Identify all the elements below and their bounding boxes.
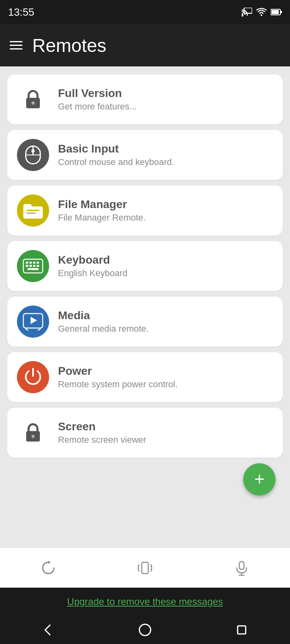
media-icon [17,305,49,338]
basic-input-icon [17,139,49,171]
plus-icon: + [254,470,265,488]
full-version-icon [17,83,49,116]
remote-card-basic-input[interactable]: Basic InputControl mouse and keyboard. [7,130,283,180]
basic-input-name: Basic Input [58,142,174,155]
svg-rect-16 [29,262,32,264]
svg-point-2 [261,14,262,16]
keyboard-description: English Keyboard [58,268,127,279]
recents-button[interactable] [234,623,249,637]
svg-line-27 [38,329,40,330]
cast-icon [242,8,252,17]
vibrate-button[interactable] [97,548,193,588]
full-version-name: Full Version [58,87,137,100]
full-version-description: Get more features... [58,101,137,112]
power-icon [17,361,49,393]
screen-text: ScreenRemote screen viewer [58,420,146,445]
keyboard-name: Keyboard [58,254,127,266]
keyboard-icon [17,250,49,282]
svg-rect-23 [27,268,39,270]
svg-rect-22 [37,265,39,267]
svg-point-34 [139,624,151,636]
mic-button[interactable] [193,548,290,588]
file-manager-text: File ManagerFile Manager Remote. [58,198,146,223]
add-remote-fab[interactable]: + [243,463,276,495]
refresh-button[interactable] [0,548,97,588]
svg-point-7 [31,101,35,105]
back-button[interactable] [41,623,56,637]
svg-line-26 [26,329,28,330]
screen-name: Screen [58,420,146,433]
main-content: Full VersionGet more features... Basic I… [0,66,290,547]
remote-card-keyboard[interactable]: KeyboardEnglish Keyboard [7,241,283,291]
svg-rect-18 [37,262,39,264]
status-time: 13:55 [8,6,34,19]
basic-input-description: Control mouse and keyboard. [58,157,174,167]
svg-rect-21 [33,265,35,267]
wifi-icon [256,8,267,17]
status-bar: 13:55 [0,0,290,24]
screen-icon [17,417,49,449]
remote-card-file-manager[interactable]: File ManagerFile Manager Remote. [7,186,283,235]
remote-card-screen[interactable]: ScreenRemote screen viewer [7,408,283,458]
keyboard-text: KeyboardEnglish Keyboard [58,254,127,279]
power-description: Remote system power control. [58,379,178,390]
remote-card-media[interactable]: MediaGeneral media remote. [7,297,283,347]
app-header: Remotes [0,24,290,66]
media-name: Media [58,309,149,322]
status-icons [242,8,282,17]
media-text: MediaGeneral media remote. [58,309,149,334]
svg-point-11 [31,149,35,153]
svg-rect-35 [238,626,246,634]
basic-input-text: Basic InputControl mouse and keyboard. [58,142,174,167]
svg-rect-12 [27,210,39,211]
svg-rect-20 [29,265,32,267]
svg-rect-13 [27,213,36,214]
power-text: PowerRemote system power control. [58,365,178,390]
svg-point-29 [31,435,35,438]
svg-rect-30 [142,562,148,574]
ad-banner: Upgrade to remove these messages [0,588,290,616]
file-manager-icon [17,194,49,227]
file-manager-name: File Manager [58,198,146,211]
svg-marker-25 [31,317,37,324]
menu-button[interactable] [10,41,23,50]
svg-rect-4 [271,10,279,14]
svg-rect-0 [242,13,243,17]
media-description: General media remote. [58,324,149,334]
system-nav-bar [0,616,290,644]
svg-rect-15 [26,262,28,264]
page-title: Remotes [32,35,106,56]
battery-icon [271,8,282,16]
svg-rect-19 [26,265,28,267]
full-version-text: Full VersionGet more features... [58,87,137,112]
home-button[interactable] [138,623,152,637]
fab-container: + [7,463,283,487]
mic-icon [234,560,250,576]
power-name: Power [58,365,178,378]
vibrate-icon [137,560,153,576]
svg-rect-17 [33,262,35,264]
svg-rect-5 [280,11,282,13]
bottom-navigation [0,547,290,588]
remote-card-full-version[interactable]: Full VersionGet more features... [7,74,283,124]
screen-description: Remote screen viewer [58,435,146,445]
file-manager-description: File Manager Remote. [58,213,146,223]
remote-card-power[interactable]: PowerRemote system power control. [7,352,283,402]
svg-rect-31 [239,561,244,570]
refresh-icon [40,560,56,576]
upgrade-link[interactable]: Upgrade to remove these messages [67,596,223,607]
